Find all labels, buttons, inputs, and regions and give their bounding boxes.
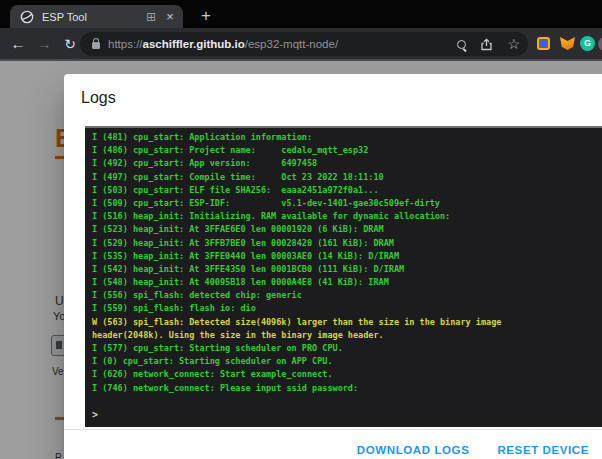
terminal-line: I (529) heap_init: At 3FFB7BE0 len 00028…	[92, 237, 602, 250]
back-button[interactable]: ←	[6, 32, 30, 56]
page-url[interactable]: https://aschiffler.github.io/esp32-mqtt-…	[108, 38, 443, 50]
reset-device-button[interactable]: RESET DEVICE	[495, 440, 591, 459]
terminal-line: I (559) spi_flash: flash io: dio	[92, 302, 602, 315]
tab-preview-icon[interactable]: ⊞	[146, 11, 156, 23]
tab-title: ESP Tool	[42, 11, 146, 23]
terminal-line: I (542) heap_init: At 3FFE4350 len 0001B…	[92, 263, 602, 276]
terminal-line: I (516) heap_init: Initializing. RAM ava…	[92, 210, 602, 223]
forward-button[interactable]: →	[32, 32, 56, 56]
terminal-line: I (626) network_connect: Start example_c…	[92, 368, 602, 381]
terminal-line: I (481) cpu_start: Application informati…	[92, 131, 602, 144]
url-host: aschiffler.github.io	[143, 38, 245, 50]
terminal-line: I (492) cpu_start: App version: 6497458	[92, 157, 602, 170]
terminal-line: I (535) heap_init: At 3FFE0440 len 00003…	[92, 250, 602, 263]
url-path: /esp32-mqtt-node/	[245, 38, 338, 50]
terminal-line: I (486) cpu_start: Project name: cedalo_…	[92, 144, 602, 157]
dialog-title: Logs	[81, 89, 116, 107]
terminal-line: I (523) heap_init: At 3FFAE6E0 len 00001…	[92, 223, 602, 236]
share-icon[interactable]	[480, 38, 493, 51]
terminal-line: header(2048k). Using the size in the bin…	[92, 329, 602, 342]
tab-close-icon[interactable]: ×	[163, 10, 177, 23]
site-favicon-icon	[20, 10, 34, 24]
lock-icon[interactable]	[92, 42, 100, 49]
terminal-line: I (497) cpu_start: Compile time: Oct 23 …	[92, 171, 602, 184]
logs-dialog: Logs I (481) cpu_start: Application info…	[64, 74, 602, 459]
download-logs-button[interactable]: DOWNLOAD LOGS	[355, 440, 472, 459]
terminal-line: I (577) cpu_start: Starting scheduler on…	[92, 342, 602, 355]
new-tab-button[interactable]: +	[196, 6, 216, 26]
terminal-line	[92, 395, 602, 408]
terminal-line: I (746) network_connect: Please input ss…	[92, 382, 602, 395]
terminal-line: I (503) cpu_start: ELF file SHA256: eaaa…	[92, 184, 602, 197]
search-icon[interactable]	[457, 40, 466, 49]
terminal-line: W (563) spi_flash: Detected size(4096k) …	[92, 316, 602, 329]
address-bar[interactable]: https://aschiffler.github.io/esp32-mqtt-…	[80, 32, 528, 56]
terminal-line: >	[92, 408, 602, 421]
tab-strip: ESP Tool ⊞ × +	[0, 0, 602, 28]
terminal-line: I (556) spi_flash: detected chip: generi…	[92, 289, 602, 302]
grammarly-extension-icon[interactable]: G	[580, 36, 595, 51]
profile-avatar[interactable]	[598, 37, 602, 51]
browser-window: ESP Tool ⊞ × + ← → ↻ https://aschiffler.…	[0, 0, 602, 459]
browser-toolbar: ← → ↻ https://aschiffler.github.io/esp32…	[0, 28, 602, 61]
url-protocol: https://	[108, 38, 143, 50]
reload-button[interactable]: ↻	[58, 32, 82, 56]
dialog-actions: DOWNLOAD LOGS RESET DEVICE	[64, 430, 602, 459]
terminal-output[interactable]: I (481) cpu_start: Application informati…	[85, 126, 602, 427]
tab-esp-tool[interactable]: ESP Tool ⊞ ×	[10, 5, 183, 28]
terminal-line: I (548) heap_init: At 40095B18 len 0000A…	[92, 276, 602, 289]
terminal-line: I (0) cpu_start: Starting scheduler on A…	[92, 355, 602, 368]
terminal-line: I (509) cpu_start: ESP-IDF: v5.1-dev-140…	[92, 197, 602, 210]
bookmark-star-icon[interactable]: ☆	[507, 37, 520, 51]
screenshot-extension-icon[interactable]	[537, 37, 550, 50]
fox-extension-icon[interactable]	[560, 37, 575, 50]
